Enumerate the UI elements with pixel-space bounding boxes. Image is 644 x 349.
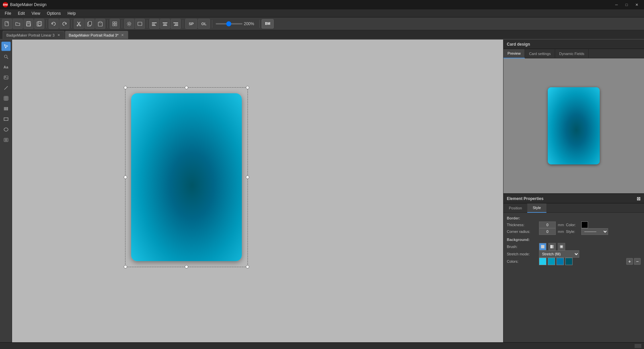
zoom-value: 200% (244, 21, 257, 26)
svg-rect-52 (541, 245, 544, 248)
props-content: Border: Thickness: mm Color: Corner radi… (503, 213, 644, 268)
border-color-swatch[interactable] (581, 221, 588, 228)
svg-rect-54 (560, 245, 563, 248)
line-tool[interactable] (1, 83, 11, 93)
svg-rect-30 (174, 25, 178, 26)
titlebar: BM BadgeMaker Design ─ □ ✕ (0, 0, 644, 9)
colors-label: Colors: (507, 259, 537, 263)
menu-edit[interactable]: Edit (14, 10, 28, 17)
sp-button[interactable]: SP (185, 19, 197, 29)
tab-position[interactable]: Position (503, 203, 527, 213)
save-all-button[interactable] (34, 19, 44, 29)
svg-line-32 (7, 58, 8, 59)
brush-linear[interactable] (548, 243, 556, 250)
minimize-button[interactable]: ─ (612, 1, 621, 8)
select-tool[interactable] (1, 42, 11, 51)
tab-label-1: BadgeMaker Portrait Linear 3 (6, 33, 55, 37)
tab-card-settings[interactable]: Card settings (525, 49, 555, 58)
color-swatch-4[interactable] (565, 258, 573, 265)
table-tool[interactable] (1, 94, 11, 103)
tab-style[interactable]: Style (527, 203, 546, 213)
add-color-button[interactable]: + (626, 258, 633, 265)
thickness-label: Thickness: (507, 223, 537, 227)
style-dropdown[interactable]: ───── - - - ····· (581, 228, 608, 235)
svg-rect-16 (113, 22, 114, 23)
main-area: Aa (0, 40, 644, 342)
border-label: Border: (507, 216, 641, 220)
card-element[interactable] (131, 93, 242, 261)
svg-rect-45 (7, 107, 8, 110)
close-button[interactable]: ✕ (632, 1, 641, 8)
stretch-dropdown[interactable]: Stretch (fill) Stretch (fit) Tile Center (539, 250, 579, 258)
tab-portrait-radial[interactable]: BadgeMaker Portrait Radial 3* ✕ (65, 31, 128, 39)
svg-rect-27 (163, 25, 167, 26)
align-center-button[interactable] (160, 19, 170, 29)
menu-file[interactable]: File (1, 10, 14, 17)
cut-button[interactable] (74, 19, 84, 29)
sep7 (212, 20, 212, 28)
menu-view[interactable]: View (28, 10, 44, 17)
bm-logo[interactable]: BM (262, 19, 274, 29)
new-button[interactable] (2, 19, 12, 29)
background-label: Background: (507, 238, 641, 242)
brush-radial[interactable] (558, 243, 565, 250)
canvas-background (12, 40, 503, 342)
svg-rect-17 (115, 22, 117, 23)
tab-preview[interactable]: Preview (503, 49, 525, 58)
corner-radius-input[interactable] (539, 228, 556, 235)
card-size-button[interactable] (135, 19, 145, 29)
color-swatch-1[interactable] (539, 258, 546, 265)
photo-tool[interactable] (1, 135, 11, 145)
svg-rect-29 (175, 24, 178, 24)
tab-dynamic-fields[interactable]: Dynamic Fields (555, 49, 589, 58)
svg-rect-36 (4, 96, 8, 100)
brush-solid[interactable] (539, 243, 546, 250)
rectangle-tool[interactable] (1, 114, 11, 124)
image-tool[interactable] (1, 73, 11, 82)
ol-button[interactable]: OL (198, 19, 210, 29)
svg-point-48 (4, 128, 8, 131)
menu-options[interactable]: Options (44, 10, 64, 17)
color-label: Color: (566, 223, 579, 227)
tab-portrait-linear[interactable]: BadgeMaker Portrait Linear 3 ✕ (3, 31, 64, 39)
redo-button[interactable] (59, 19, 69, 29)
color-swatch-3[interactable] (556, 258, 564, 265)
svg-rect-42 (5, 107, 5, 110)
color-swatch-2[interactable] (548, 258, 555, 265)
border-section: Border: Thickness: mm Color: Corner radi… (507, 216, 641, 235)
svg-rect-25 (163, 22, 167, 23)
close-tab-2[interactable]: ✕ (120, 33, 124, 37)
sep5 (147, 20, 147, 28)
settings-button[interactable] (124, 19, 134, 29)
copy-button[interactable] (85, 19, 95, 29)
zoom-tool[interactable] (1, 52, 11, 61)
text-tool[interactable]: Aa (1, 62, 11, 72)
app-title: BadgeMaker Design (10, 2, 47, 7)
maximize-button[interactable]: □ (622, 1, 631, 8)
grid-button[interactable] (110, 19, 120, 29)
align-right-button[interactable] (171, 19, 181, 29)
colors-row: Colors: + − (507, 258, 641, 265)
scroll-thumb-h[interactable] (635, 344, 641, 348)
svg-rect-21 (138, 22, 142, 26)
ellipse-tool[interactable] (1, 125, 11, 134)
undo-button[interactable] (49, 19, 59, 29)
align-left-button[interactable] (149, 19, 159, 29)
thickness-input[interactable] (539, 221, 556, 228)
corner-radius-label: Corner radius: (507, 230, 537, 234)
svg-rect-18 (113, 24, 114, 26)
svg-rect-28 (173, 22, 178, 23)
expand-icon[interactable]: ⊠ (637, 196, 641, 201)
zoom-slider[interactable] (216, 23, 243, 24)
barcode-tool[interactable] (1, 104, 11, 113)
save-button[interactable] (23, 19, 34, 29)
svg-rect-22 (152, 22, 157, 23)
paste-button[interactable] (95, 19, 105, 29)
canvas-area[interactable] (12, 40, 503, 342)
stretch-label: Stretch mode: (507, 252, 537, 256)
open-button[interactable] (13, 19, 23, 29)
remove-color-button[interactable]: − (634, 258, 641, 265)
close-tab-1[interactable]: ✕ (57, 33, 61, 37)
card-container[interactable] (131, 93, 242, 261)
menu-help[interactable]: Help (64, 10, 79, 17)
